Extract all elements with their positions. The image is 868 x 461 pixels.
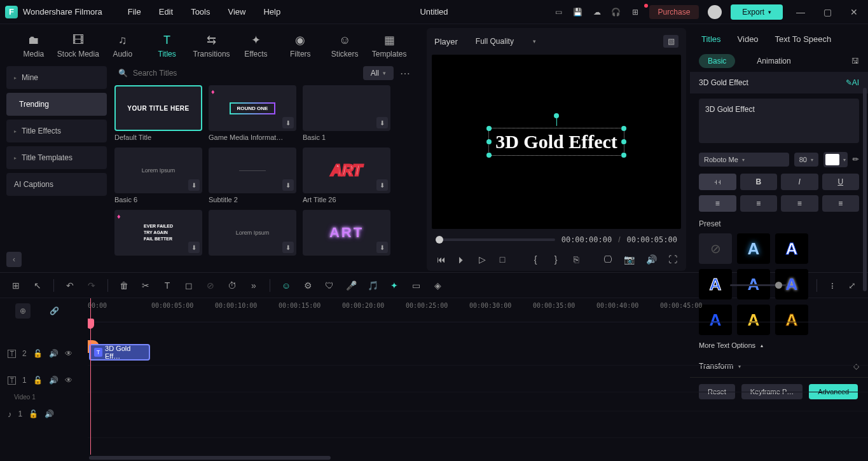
download-icon[interactable]: ⬇: [282, 117, 294, 128]
subtab-basic[interactable]: Basic: [699, 54, 735, 68]
cloud-icon[interactable]: ☁: [592, 7, 602, 17]
tab-filters[interactable]: ◉Filters: [278, 28, 322, 64]
text-content-input[interactable]: 3D Gold Effect: [699, 99, 859, 143]
split-icon[interactable]: ✂: [140, 280, 151, 291]
keyframe-tool-icon[interactable]: ◈: [432, 280, 443, 291]
play-button[interactable]: ▷: [476, 254, 488, 265]
tab-media[interactable]: 🖿Media: [11, 28, 56, 64]
menu-file[interactable]: File: [128, 7, 141, 17]
volume-icon[interactable]: 🔊: [646, 254, 657, 265]
tab-titles[interactable]: TTitles: [145, 28, 189, 64]
window-close[interactable]: ✕: [845, 7, 863, 17]
tl-options-icon[interactable]: ⊞: [10, 280, 22, 291]
tab-audio[interactable]: ♫Audio: [100, 28, 145, 64]
sidebar-collapse-button[interactable]: ‹: [6, 252, 22, 267]
tab-stickers[interactable]: ☺Stickers: [322, 28, 367, 64]
prev-frame-button[interactable]: ⏮: [436, 254, 447, 265]
title-thumbnail[interactable]: ———————⬇: [209, 148, 296, 193]
delete-icon[interactable]: 🗑: [118, 280, 130, 291]
ai-edit-icon[interactable]: ✎AI: [846, 78, 859, 87]
preview-canvas[interactable]: 3D Gold Effect: [432, 55, 681, 229]
download-icon[interactable]: ⬇: [376, 179, 388, 191]
zoom-slider[interactable]: [730, 284, 787, 286]
align-justify-button[interactable]: ≡: [822, 195, 860, 212]
title-thumbnail[interactable]: YOUR TITLE HERE: [114, 85, 202, 131]
spacing-button[interactable]: ⫞⫞: [699, 174, 736, 190]
sidebar-item-ai-captions[interactable]: AI Captions: [6, 173, 107, 196]
menu-tools[interactable]: Tools: [191, 7, 210, 17]
save-icon[interactable]: 💾: [573, 7, 583, 17]
font-size-dropdown[interactable]: 80: [794, 153, 818, 167]
save-preset-icon[interactable]: 🖫: [851, 57, 859, 65]
crop-icon[interactable]: ◻: [183, 280, 195, 291]
menu-edit[interactable]: Edit: [159, 7, 173, 17]
preset-item[interactable]: A: [699, 269, 732, 299]
window-minimize[interactable]: —: [792, 7, 809, 17]
menu-help[interactable]: Help: [263, 7, 280, 17]
track-lane[interactable]: [88, 392, 868, 411]
preset-item[interactable]: A: [775, 233, 808, 264]
align-center-button[interactable]: ≡: [740, 195, 778, 212]
align-left-button[interactable]: ≡: [699, 195, 736, 212]
user-avatar[interactable]: [708, 5, 722, 19]
undo-icon[interactable]: ↶: [64, 280, 76, 291]
title-thumbnail[interactable]: ⬇: [303, 85, 390, 131]
download-icon[interactable]: ⬇: [282, 179, 294, 191]
inspector-scrollbar[interactable]: [863, 88, 867, 291]
tab-stock-media[interactable]: 🎞Stock Media: [56, 28, 100, 64]
resize-handle[interactable]: [486, 139, 492, 144]
title-thumbnail[interactable]: ROUND ONE♦⬇: [209, 85, 296, 131]
resize-handle[interactable]: [486, 153, 492, 158]
timeline-scrollbar[interactable]: [0, 455, 868, 461]
resize-handle[interactable]: [621, 126, 626, 131]
fullscreen-icon[interactable]: ⛶: [668, 254, 677, 265]
menu-view[interactable]: View: [228, 7, 245, 17]
marker-icon[interactable]: 🛡: [324, 280, 335, 291]
effects-tool-icon[interactable]: ⚙: [302, 280, 313, 291]
sidebar-item-title-effects[interactable]: ▸Title Effects: [6, 120, 107, 142]
resize-handle[interactable]: [621, 153, 626, 158]
more-tools-icon[interactable]: »: [248, 280, 259, 291]
download-icon[interactable]: ⬇: [188, 242, 200, 253]
display-icon[interactable]: 🖵: [603, 254, 612, 265]
preset-item[interactable]: A: [737, 233, 770, 264]
inspector-tab-titles[interactable]: Titles: [701, 34, 721, 44]
bold-button[interactable]: B: [740, 174, 778, 190]
inspector-tab-tts[interactable]: Text To Speech: [775, 34, 832, 44]
download-icon[interactable]: ⬇: [376, 242, 388, 253]
lock-icon[interactable]: 🔓: [33, 376, 43, 385]
scrub-head[interactable]: [436, 236, 443, 244]
playhead[interactable]: [90, 298, 91, 455]
inspector-tab-video[interactable]: Video: [738, 34, 759, 44]
mute-icon[interactable]: 🔊: [49, 376, 59, 385]
scrub-bar[interactable]: [436, 238, 555, 241]
redo-icon[interactable]: ↷: [86, 280, 97, 291]
lock-icon[interactable]: 🔓: [29, 409, 38, 418]
title-thumbnail[interactable]: ART⬇: [303, 210, 390, 256]
font-color-picker[interactable]: [823, 152, 848, 167]
visibility-icon[interactable]: 👁: [65, 349, 72, 358]
title-thumbnail[interactable]: Lorem Ipsum⬇: [114, 148, 202, 193]
download-icon[interactable]: ⬇: [376, 117, 388, 128]
sidebar-item-mine[interactable]: ▸Mine: [6, 66, 107, 89]
preset-none[interactable]: ⊘: [699, 233, 732, 264]
track-header-audio1[interactable]: ♪1 🔓🔊: [0, 401, 88, 427]
timeline-clip[interactable]: T 3D Gold Eff…: [89, 344, 150, 361]
resize-handle[interactable]: [621, 139, 626, 144]
italic-button[interactable]: I: [781, 174, 818, 190]
text-tool-icon[interactable]: T: [162, 280, 173, 291]
lock-icon[interactable]: 🔓: [33, 349, 43, 358]
link-tool-icon[interactable]: ⊘: [205, 280, 216, 291]
visibility-icon[interactable]: 👁: [65, 376, 72, 385]
support-icon[interactable]: 🎧: [611, 7, 621, 17]
track-link-icon[interactable]: 🔗: [50, 306, 59, 315]
audio-tool-icon[interactable]: 🎵: [367, 280, 378, 291]
search-input[interactable]: [133, 69, 357, 78]
resize-handle[interactable]: [486, 126, 492, 131]
tab-transitions[interactable]: ⇆Transitions: [189, 28, 234, 64]
track-header-video1[interactable]: 🅃1 🔓🔊👁: [0, 367, 88, 394]
render-icon[interactable]: ▭: [410, 280, 422, 291]
eyedropper-icon[interactable]: ✎: [851, 155, 862, 165]
mark-in-button[interactable]: {: [531, 254, 540, 265]
rotate-handle[interactable]: [554, 113, 559, 118]
